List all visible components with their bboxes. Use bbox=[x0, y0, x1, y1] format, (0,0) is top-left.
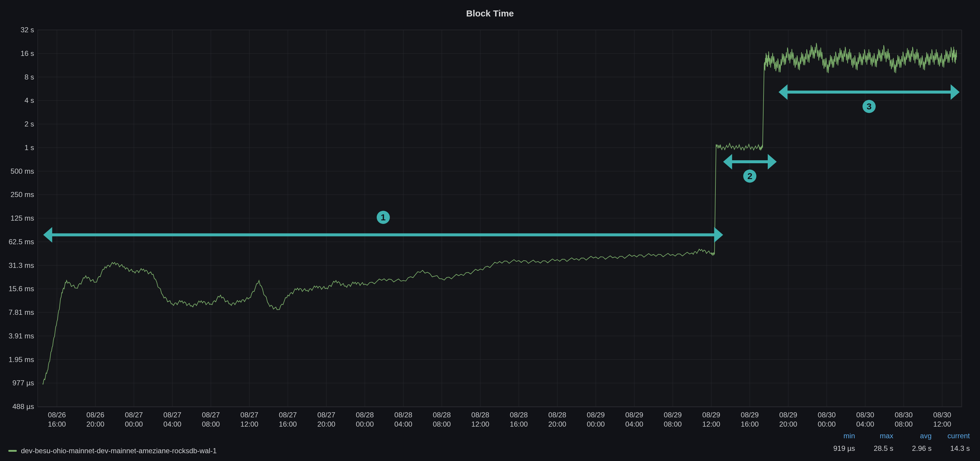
annotation-badge-1: 1 bbox=[377, 211, 390, 224]
x-tick-label: 08/30 04:00 bbox=[844, 410, 886, 429]
x-tick-label: 08/28 12:00 bbox=[460, 410, 501, 429]
stats-header-avg[interactable]: avg bbox=[905, 432, 932, 440]
x-tick-label: 08/27 00:00 bbox=[113, 410, 155, 429]
x-tick-label: 08/28 08:00 bbox=[421, 410, 463, 429]
y-tick-label: 488 µs bbox=[12, 402, 34, 411]
y-tick-label: 125 ms bbox=[11, 214, 34, 223]
x-tick-label: 08/29 16:00 bbox=[729, 410, 771, 429]
x-tick-label: 08/29 04:00 bbox=[614, 410, 655, 429]
x-tick-label: 08/27 16:00 bbox=[267, 410, 309, 429]
stats-value-current: 14.3 s bbox=[943, 444, 970, 453]
legend-stats-values: 919 µs 28.5 s 2.96 s 14.3 s bbox=[828, 444, 970, 453]
y-tick-label: 1.95 ms bbox=[9, 356, 34, 364]
y-tick-label: 3.91 ms bbox=[9, 332, 34, 340]
x-tick-label: 08/30 12:00 bbox=[921, 410, 963, 429]
y-tick-label: 977 µs bbox=[12, 379, 34, 387]
x-tick-label: 08/26 20:00 bbox=[75, 410, 116, 429]
stats-value-min: 919 µs bbox=[828, 444, 855, 453]
x-tick-label: 08/27 08:00 bbox=[190, 410, 232, 429]
legend-stats-header: min max avg current bbox=[828, 432, 970, 440]
x-tick-label: 08/27 12:00 bbox=[228, 410, 270, 429]
annotation-badge-3: 3 bbox=[862, 100, 876, 113]
legend-series-name: dev-besu-ohio-mainnet-dev-mainnet-amezia… bbox=[21, 447, 217, 455]
x-tick-label: 08/29 12:00 bbox=[690, 410, 732, 429]
y-tick-label: 62.5 ms bbox=[9, 238, 34, 246]
x-tick-label: 08/28 16:00 bbox=[498, 410, 539, 429]
stats-value-avg: 2.96 s bbox=[905, 444, 932, 453]
y-tick-label: 250 ms bbox=[11, 191, 34, 199]
stats-header-min[interactable]: min bbox=[828, 432, 855, 440]
x-tick-label: 08/29 20:00 bbox=[767, 410, 809, 429]
x-tick-label: 08/27 20:00 bbox=[305, 410, 347, 429]
stats-header-max[interactable]: max bbox=[866, 432, 893, 440]
y-tick-label: 500 ms bbox=[11, 167, 34, 175]
stats-value-max: 28.5 s bbox=[866, 444, 893, 453]
x-tick-label: 08/26 16:00 bbox=[36, 410, 78, 429]
x-tick-label: 08/29 08:00 bbox=[652, 410, 694, 429]
y-tick-label: 15.6 ms bbox=[9, 285, 34, 293]
legend-swatch bbox=[8, 450, 17, 452]
y-tick-label: 8 s bbox=[24, 73, 34, 81]
x-tick-label: 08/28 00:00 bbox=[344, 410, 386, 429]
y-tick-label: 16 s bbox=[21, 49, 34, 58]
x-tick-label: 08/27 04:00 bbox=[151, 410, 193, 429]
chart-title: Block Time bbox=[0, 8, 980, 19]
y-tick-label: 7.81 ms bbox=[9, 308, 34, 316]
legend-item[interactable]: dev-besu-ohio-mainnet-dev-mainnet-amezia… bbox=[8, 447, 217, 455]
y-tick-label: 1 s bbox=[24, 143, 34, 152]
stats-header-current[interactable]: current bbox=[943, 432, 970, 440]
x-tick-label: 08/28 20:00 bbox=[536, 410, 578, 429]
x-tick-label: 08/29 00:00 bbox=[575, 410, 617, 429]
y-tick-label: 4 s bbox=[24, 96, 34, 105]
y-tick-label: 32 s bbox=[21, 26, 34, 34]
plot-area[interactable] bbox=[38, 30, 962, 407]
chart-panel: Block Time min max avg current 919 µs 28… bbox=[0, 0, 980, 461]
x-tick-label: 08/30 08:00 bbox=[883, 410, 925, 429]
x-tick-label: 08/28 04:00 bbox=[382, 410, 424, 429]
x-tick-label: 08/30 00:00 bbox=[806, 410, 848, 429]
y-tick-label: 31.3 ms bbox=[9, 261, 34, 270]
y-tick-label: 2 s bbox=[24, 120, 34, 128]
